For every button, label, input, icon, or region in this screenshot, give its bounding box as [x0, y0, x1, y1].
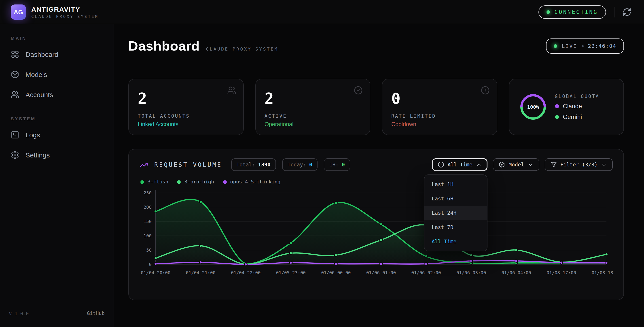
sidebar-item-label: Logs	[26, 131, 40, 139]
quota-percent: 100%	[527, 104, 539, 110]
sidebar-item-models[interactable]: Models	[0, 64, 114, 84]
request-volume-card: REQUEST VOLUME Total: 1390 Today: 0 1H: …	[128, 149, 624, 300]
connection-status-badge: CONNECTING	[538, 5, 606, 18]
sidebar-item-dashboard[interactable]: Dashboard	[0, 44, 114, 64]
sidebar-item-accounts[interactable]: Accounts	[0, 84, 114, 105]
live-dot-icon	[554, 44, 557, 48]
stat-label: TOTAL ACCOUNTS	[138, 113, 234, 118]
legend-3-flash: 3-flash	[140, 179, 168, 185]
chart-legend: 3-flash 3-pro-high opus-4-5-thinking	[140, 179, 613, 185]
app-version: V 1.0.0	[9, 311, 29, 316]
filter-button[interactable]: Filter (3/3)	[545, 158, 613, 171]
logo-text: AG	[14, 8, 23, 16]
topbar-right: CONNECTING	[538, 5, 634, 18]
stat-sub: Linked Accounts	[138, 121, 234, 128]
clock-icon	[438, 162, 444, 168]
page-title: Dashboard	[128, 38, 200, 54]
quota-provider-claude: Claude	[555, 103, 600, 110]
app-title: ANTIGRAVITY	[31, 5, 98, 13]
sidebar-section-system: SYSTEM	[0, 116, 114, 121]
svg-text:01/08 17:00: 01/08 17:00	[546, 270, 576, 275]
stat-value: 2	[138, 91, 234, 106]
check-circle-icon	[354, 86, 363, 95]
svg-text:150: 150	[144, 219, 152, 224]
legend-dot-icon	[223, 180, 226, 184]
dropdown-item-last-6h[interactable]: Last 6H	[425, 192, 487, 206]
svg-text:01/05 23:00: 01/05 23:00	[276, 270, 306, 275]
svg-text:01/06 04:00: 01/06 04:00	[502, 270, 531, 275]
dropdown-item-last-24h[interactable]: Last 24H	[425, 206, 487, 220]
brand-text: ANTIGRAVITY CLAUDE PROXY SYSTEM	[31, 5, 98, 18]
svg-text:01/04 20:00: 01/04 20:00	[141, 270, 170, 275]
svg-text:01/08 18:00: 01/08 18:00	[592, 270, 613, 275]
gemini-dot-icon	[555, 115, 559, 119]
terminal-icon	[11, 130, 19, 139]
dropdown-item-last-7d[interactable]: Last 7D	[425, 220, 487, 234]
svg-text:01/04 22:00: 01/04 22:00	[231, 270, 260, 275]
svg-text:01/06 02:00: 01/06 02:00	[411, 270, 441, 275]
refresh-icon	[622, 8, 632, 16]
svg-text:01/04 21:00: 01/04 21:00	[186, 270, 215, 275]
grid-icon	[11, 50, 19, 58]
funnel-icon	[550, 162, 557, 168]
request-volume-chart: 05010015020025001/04 20:0001/04 21:0001/…	[140, 188, 613, 280]
today-chip: Today: 0	[282, 158, 318, 171]
svg-text:200: 200	[144, 204, 152, 210]
svg-text:250: 250	[144, 190, 152, 196]
legend-3-pro-high: 3-pro-high	[177, 179, 214, 185]
dropdown-item-all-time[interactable]: All Time	[425, 234, 487, 249]
svg-text:01/06 03:00: 01/06 03:00	[456, 270, 486, 275]
sidebar-footer: V 1.0.0 GitHub	[0, 310, 114, 327]
sidebar-item-label: Accounts	[26, 91, 53, 98]
claude-dot-icon	[555, 104, 559, 108]
one-hour-chip: 1H: 0	[324, 158, 350, 171]
sidebar: MAIN Dashboard Models	[0, 24, 114, 327]
sidebar-section-main: MAIN	[0, 36, 114, 41]
global-quota-card: 100% GLOBAL QUOTA Claude Gemini	[509, 79, 624, 135]
svg-text:01/06 00:00: 01/06 00:00	[321, 270, 350, 275]
live-status-badge: LIVE 22:46:04	[546, 38, 624, 54]
total-accounts-card: 2 TOTAL ACCOUNTS Linked Accounts	[128, 79, 244, 135]
stat-value: 2	[264, 91, 361, 106]
main-content: Dashboard CLAUDE PROXY SYSTEM LIVE 22:46…	[114, 24, 644, 327]
topbar-divider	[614, 6, 614, 17]
chevron-down-icon	[528, 162, 534, 168]
refresh-button[interactable]	[622, 6, 633, 17]
quota-provider-gemini: Gemini	[555, 114, 600, 120]
live-label: LIVE	[562, 43, 577, 49]
stat-value: 0	[391, 91, 488, 106]
sidebar-item-label: Models	[26, 71, 47, 78]
quota-label: GLOBAL QUOTA	[555, 94, 600, 99]
model-filter-button[interactable]: Model	[493, 158, 539, 171]
chart-title: REQUEST VOLUME	[154, 161, 222, 168]
trending-up-icon	[140, 160, 148, 169]
total-chip: Total: 1390	[231, 158, 276, 171]
svg-text:0: 0	[149, 262, 152, 267]
gear-icon	[11, 151, 19, 159]
stat-label: RATE LIMITED	[391, 113, 488, 118]
app-root: AG ANTIGRAVITY CLAUDE PROXY SYSTEM CONNE…	[0, 0, 644, 327]
svg-text:50: 50	[146, 247, 152, 253]
svg-text:100: 100	[144, 233, 152, 238]
github-link[interactable]: GitHub	[87, 310, 105, 316]
quota-ring: 100%	[518, 92, 548, 122]
alert-circle-icon	[480, 86, 490, 95]
live-time: 22:46:04	[588, 43, 616, 49]
legend-dot-icon	[140, 180, 144, 184]
sidebar-item-logs[interactable]: Logs	[0, 125, 114, 145]
svg-text:01/06 01:00: 01/06 01:00	[366, 270, 396, 275]
app-logo: AG	[11, 4, 26, 20]
brand: AG ANTIGRAVITY CLAUDE PROXY SYSTEM	[11, 4, 98, 20]
stat-sub: Cooldown	[391, 121, 488, 128]
dropdown-item-last-1h[interactable]: Last 1H	[425, 177, 487, 192]
time-range-button[interactable]: All Time	[432, 158, 488, 171]
page-subtitle: CLAUDE PROXY SYSTEM	[206, 46, 278, 52]
rate-limited-card: 0 RATE LIMITED Cooldown	[382, 79, 497, 135]
separator-dot-icon	[582, 45, 584, 47]
sidebar-item-settings[interactable]: Settings	[0, 145, 114, 165]
cube-icon	[499, 162, 505, 168]
sidebar-item-label: Settings	[26, 151, 50, 159]
page-header: Dashboard CLAUDE PROXY SYSTEM LIVE 22:46…	[128, 38, 624, 54]
status-dot-icon	[546, 10, 550, 14]
stat-label: ACTIVE	[264, 113, 361, 118]
